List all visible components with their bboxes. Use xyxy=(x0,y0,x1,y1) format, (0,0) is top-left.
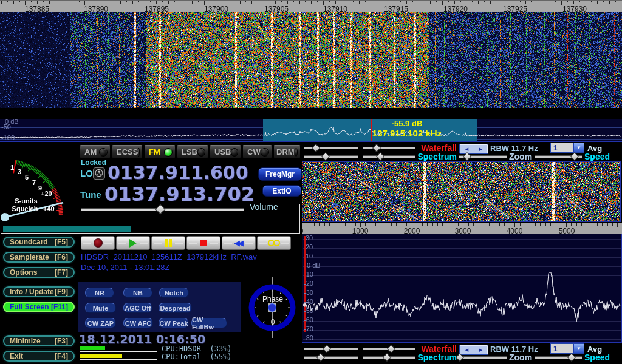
button-label: Minimize xyxy=(10,337,41,345)
cw-zap-button[interactable]: CW ZAP xyxy=(85,318,116,328)
lo-frequency-display[interactable]: 0137.911.600 xyxy=(108,162,248,183)
slider-thumb[interactable] xyxy=(383,353,391,362)
slider-thumb[interactable] xyxy=(387,345,395,353)
bottom-waterfall-contrast-slider[interactable] xyxy=(363,345,415,352)
slider-thumb[interactable] xyxy=(567,353,576,362)
db-axis-label: -50 xyxy=(1,123,11,130)
slider-thumb[interactable] xyxy=(456,353,464,362)
loop-button[interactable] xyxy=(257,236,291,250)
top-speed-slider[interactable] xyxy=(535,153,582,160)
top-waterfall-contrast-slider[interactable] xyxy=(363,144,415,151)
minimize-button[interactable]: Minimize[F3] xyxy=(3,335,75,346)
spinner-left-arrow-icon[interactable]: ◂ xyxy=(465,346,469,354)
mode-led-icon xyxy=(164,148,173,157)
mode-am-button[interactable]: AM xyxy=(80,145,111,159)
fkey-label: [F5] xyxy=(55,238,68,246)
mode-label: LSB xyxy=(182,147,197,157)
fkey-label: [F7] xyxy=(55,268,68,277)
mode-drm-button[interactable]: DRM xyxy=(273,145,301,159)
nr-button[interactable]: NR xyxy=(85,288,114,298)
despread-button[interactable]: Despread xyxy=(159,303,192,313)
play-button[interactable] xyxy=(116,236,150,250)
pause-button[interactable] xyxy=(151,236,185,250)
top-spectrum-label: Spectrum xyxy=(415,152,457,161)
cw-afc-button[interactable]: CW AFC xyxy=(123,318,153,328)
dropdown-arrow-icon[interactable]: ▼ xyxy=(573,344,584,353)
slider-thumb[interactable] xyxy=(316,353,325,362)
cw-peak-button[interactable]: CW Peak xyxy=(159,318,189,328)
samplerate-button[interactable]: Samplerate[F6] xyxy=(3,252,75,263)
mode-lsb-button[interactable]: LSB xyxy=(177,145,208,159)
soundcard-button[interactable]: Soundcard[F5] xyxy=(3,237,75,248)
slider-thumb[interactable] xyxy=(463,152,471,161)
top-spectrum-contrast-slider[interactable] xyxy=(363,153,415,160)
cpu-hdsdr-fill xyxy=(80,346,105,350)
zoom-spectrum-display[interactable] xyxy=(303,235,621,342)
top-spectrum-brightness-slider[interactable] xyxy=(304,153,358,160)
notch-button[interactable]: Notch xyxy=(159,288,189,298)
zoom-frequency-scale[interactable]: 0 1000 2000 3000 4000 5000 xyxy=(302,223,622,234)
options-button[interactable]: Options[F7] xyxy=(3,267,75,278)
slider-track xyxy=(304,356,358,359)
bottom-zoom-slider[interactable] xyxy=(459,354,507,360)
slider-thumb[interactable] xyxy=(323,345,331,353)
agc-button[interactable]: AGC Off xyxy=(123,303,152,313)
main-spectrum-display[interactable] xyxy=(0,119,622,142)
spinner-right-arrow-icon[interactable]: ▸ xyxy=(479,145,483,153)
bottom-avg-dropdown[interactable]: 1 ▼ xyxy=(550,343,584,354)
top-avg-dropdown[interactable]: 1 ▼ xyxy=(550,143,584,153)
record-button[interactable] xyxy=(81,236,115,250)
volume-slider[interactable] xyxy=(81,206,244,212)
db-axis-label: -80 xyxy=(304,334,313,342)
slider-track xyxy=(363,155,415,158)
slider-thumb[interactable] xyxy=(570,152,578,161)
bottom-spectrum-contrast-slider[interactable] xyxy=(363,354,415,360)
cpu-hdsdr-text: CPU:HDSDR (33%) xyxy=(162,345,232,353)
mode-ecss-button[interactable]: ECSS xyxy=(112,145,143,159)
bottom-waterfall-brightness-slider[interactable] xyxy=(304,345,358,352)
freq-label: 137905 xyxy=(259,5,293,12)
dropdown-arrow-icon[interactable]: ▼ xyxy=(573,143,584,152)
lo-lock-button[interactable]: Ⓐ xyxy=(93,167,105,180)
bottom-spectrum-brightness-slider[interactable] xyxy=(304,354,358,360)
spinner-right-arrow-icon[interactable]: ▸ xyxy=(479,346,483,354)
stop-button[interactable] xyxy=(186,236,220,250)
main-frequency-scale[interactable]: 137885 137890 137895 137900 137905 13791… xyxy=(0,0,622,12)
signal-level-readout: -55.9 dB xyxy=(352,119,462,128)
top-zoom-slider[interactable] xyxy=(459,153,507,160)
nb-button[interactable]: NB xyxy=(123,288,152,298)
zoom-waterfall-panel xyxy=(302,161,621,222)
exit-button[interactable]: Exit[F4] xyxy=(3,351,75,362)
zoom-spectrum-panel xyxy=(302,234,622,343)
freq-label: 1000 xyxy=(347,227,374,234)
extio-button[interactable]: ExtIO xyxy=(262,185,301,197)
slider-thumb[interactable] xyxy=(321,152,330,161)
mode-led-icon xyxy=(197,148,205,157)
bottom-zoom-label: Zoom xyxy=(509,352,532,362)
mode-label: USB xyxy=(214,147,231,157)
tune-frequency-display[interactable]: 0137.913.702 xyxy=(104,183,255,206)
zoom-waterfall-display[interactable] xyxy=(302,162,620,221)
mode-usb-button[interactable]: USB xyxy=(210,145,241,159)
mode-led-icon xyxy=(99,148,108,157)
slider-thumb[interactable] xyxy=(312,144,320,152)
slider-thumb[interactable] xyxy=(376,152,384,161)
main-waterfall-display[interactable] xyxy=(0,0,622,108)
smeter-tick-label: 7 xyxy=(32,179,36,186)
top-waterfall-brightness-slider[interactable] xyxy=(304,144,358,151)
slider-thumb[interactable] xyxy=(372,144,381,152)
mute-button[interactable]: Mute xyxy=(85,303,116,313)
freq-label: 137925 xyxy=(498,5,532,12)
info-update-button[interactable]: Info / Update[F9] xyxy=(3,286,75,297)
cw-fullbw-button[interactable]: CW FullBw xyxy=(191,318,227,328)
bottom-speed-slider[interactable] xyxy=(535,354,582,360)
loop-icon xyxy=(268,238,280,249)
squelch-level-bar[interactable] xyxy=(3,226,131,232)
freqmgr-button[interactable]: FreqMgr xyxy=(258,167,302,181)
db-axis-label: -10 xyxy=(304,271,313,278)
cpu-total-bar xyxy=(80,353,157,360)
mode-fm-button[interactable]: FM xyxy=(144,145,176,159)
rewind-button[interactable]: ◀◀ xyxy=(222,236,256,250)
fullscreen-button[interactable]: Full Screen[F11] xyxy=(3,302,75,312)
mode-cw-button[interactable]: CW xyxy=(242,145,272,159)
